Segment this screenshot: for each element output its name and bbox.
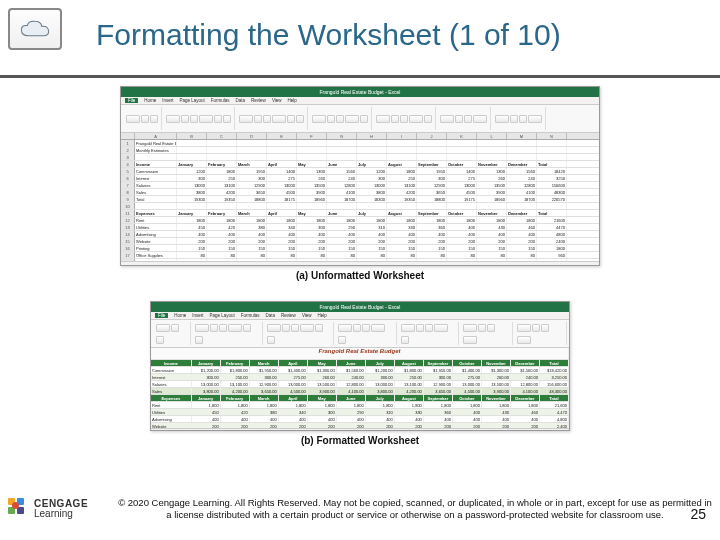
slide-header: Formatting the Worksheet (1 of 10)	[0, 0, 720, 78]
copyright-text: © 2020 Cengage Learning. All Rights Rese…	[110, 497, 720, 521]
excel-window-unformatted: Frangold Real Estate Budget - Excel File…	[120, 86, 600, 266]
excel-titlebar: Frangold Real Estate Budget - Excel	[151, 302, 569, 312]
caption-b: (b) Formatted Worksheet	[301, 435, 419, 446]
cengage-mark-icon	[8, 498, 30, 520]
slide-body: Frangold Real Estate Budget - Excel File…	[0, 86, 720, 482]
excel-titlebar: Frangold Real Estate Budget - Excel	[121, 87, 599, 97]
cengage-logo: CENGAGELearning	[0, 498, 110, 520]
excel-menubar: FileHomeInsertPage LayoutFormulasDataRev…	[151, 312, 569, 320]
excel-grid: Frangold Real Estate BudgetIncomeJanuary…	[151, 348, 569, 428]
slide-title: Formatting the Worksheet (1 of 10)	[96, 18, 561, 52]
excel-window-formatted: Frangold Real Estate Budget - Excel File…	[150, 301, 570, 431]
cengage-logo-text: CENGAGELearning	[34, 499, 88, 519]
cloud-icon	[8, 8, 62, 50]
caption-a: (a) Unformatted Worksheet	[296, 270, 424, 281]
sheet-tab: Sheet1	[151, 428, 569, 431]
page-number: 25	[690, 506, 706, 522]
excel-grid: ABCDEFGHIJKLMN 1Frangold Real Estate Bud…	[121, 133, 599, 261]
slide-footer: CENGAGELearning © 2020 Cengage Learning.…	[0, 482, 720, 536]
sheet-tab: Sheet1	[121, 261, 599, 266]
excel-ribbon	[151, 320, 569, 348]
excel-menubar: FileHomeInsertPage LayoutFormulasDataRev…	[121, 97, 599, 105]
excel-ribbon	[121, 105, 599, 133]
